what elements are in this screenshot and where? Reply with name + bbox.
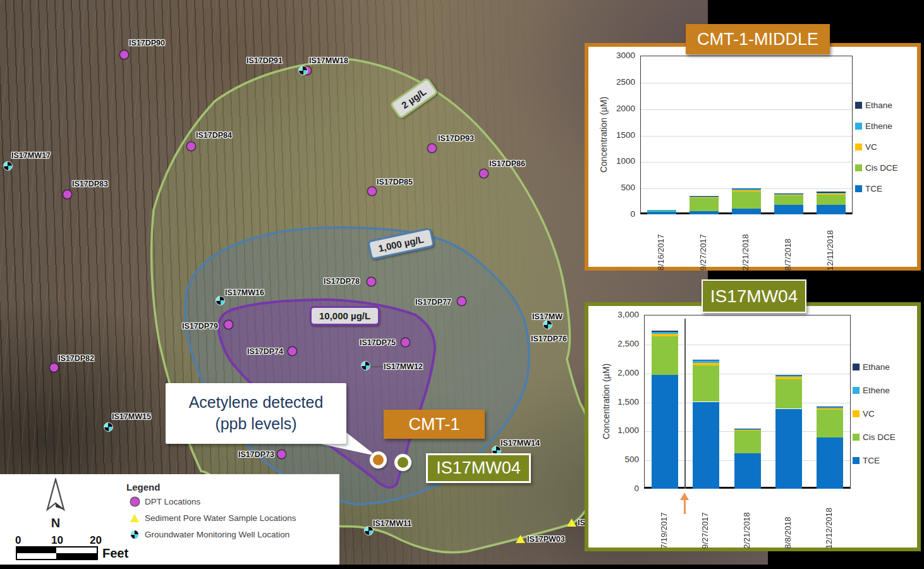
bar-segment-tce [817,205,846,214]
bar-segment-ethane [652,331,678,332]
chart-legend-entry: TCE [853,456,880,465]
is17mw04-marker [394,454,411,471]
bar-segment-tce [817,437,843,489]
point-label: IS17DP82 [58,354,94,363]
chart-legend-entry: Ethane [853,362,890,372]
point-label: IS17MW17 [11,151,51,160]
chart-title-is17mw04: IS17MW04 [702,279,806,313]
dpt-marker [428,144,436,152]
dpt-marker [458,297,466,305]
legend-series-label: Ethane [865,101,892,110]
legend-series-label: TCE [865,184,882,193]
point-label: IS17DP91 [246,56,283,65]
bar-segment-cis-dce [732,192,761,209]
bar-segment-ethane [734,429,761,429]
bar-segment-tce [652,375,678,489]
north-arrow-icon [45,478,66,513]
chart-legend-entry: Ethane [855,101,892,110]
bar-segment-vc [774,195,803,195]
x-tick-label: 9/27/2017 [698,220,708,271]
point-label: IS17MW12 [384,362,423,371]
bar-segment-ethene [693,360,719,362]
y-axis-title: Concentration (µM) [599,90,609,179]
well-marker [298,66,308,75]
bar-segment-tce [690,211,719,214]
legend-swatch [855,102,862,109]
pore-water-icon [130,514,139,522]
point-label: IS17DP79 [182,322,218,331]
dpt-marker [120,51,128,59]
x-tick-label: 8/16/2017 [656,220,666,271]
legend-series-label: Ethene [865,121,892,131]
point-label: IS17MW15 [112,412,151,421]
well-marker [543,320,552,329]
legend-swatch [853,434,860,441]
point-label: IS17DP76 [531,334,567,343]
legend-series-label: VC [865,142,877,152]
bar-segment-tce [775,409,802,489]
chart-legend-entry: TCE [855,184,882,193]
bar-segment-ethene [817,407,843,408]
bar-segment-ethane [817,407,843,407]
bar-segment-vc [732,190,761,192]
gridline [641,83,852,83]
bar-segment-cis-dce [690,198,719,212]
legend-swatch [853,387,860,394]
x-tick-label: 12/11/2018 [825,220,836,271]
map-legend-panel: N Legend DPT LocationsSediment Pore Wate… [0,474,339,565]
dpt-marker [63,190,71,199]
bar-segment-vc [734,429,761,431]
chart-title-text-2: IS17MW04 [710,286,798,307]
dpt-marker [50,364,58,372]
chart-legend-entry: VC [855,142,877,152]
x-tick-label: 8/8/2018 [783,494,793,549]
bar-segment-ethene [647,210,676,211]
legend-series-label: Ethane [863,362,890,372]
dpt-marker [224,321,233,329]
well-marker [104,422,113,432]
y-axis-title: Concentration (µM) [601,357,611,446]
legend-series-label: Cis DCE [865,163,898,173]
legend-swatch [853,457,860,464]
point-label: IS17DP84 [196,131,232,140]
well-marker [216,296,225,305]
y-tick-label: 500 [601,455,639,464]
legend-item-label: DPT Locations [145,497,200,506]
cmt1-label-box: CMT-1 [384,410,485,439]
point-label: IS17DP78 [324,277,360,286]
point-label: IS17MW14 [501,439,540,448]
acetylene-callout: Acetylene detected (ppb levels) [166,383,346,444]
bar-segment-ethane [732,188,761,189]
dpt-icon [130,498,139,506]
legend-series-label: VC [863,409,875,419]
figure-canvas: IS17DP90IS17DP91IS17MW18IS17MW17IS17DP84… [0,0,924,569]
point-label: IS17DP73 [238,450,274,459]
bar-segment-ethane [817,192,846,193]
is17mw04-label: IS17MW04 [436,458,521,478]
legend-swatch [853,410,860,417]
legend-swatch [855,185,862,192]
x-tick-label: 7/19/2017 [659,494,669,549]
y-tick-label: 3,000 [601,310,639,319]
y-tick-label: 3000 [597,51,635,60]
chart-title-cmt1-middle: CMT-1-MIDDLE [686,24,830,54]
bar-segment-ethene [732,189,761,190]
dpt-marker [480,169,488,178]
bar-segment-tce [732,209,761,214]
scale-tick-0: 0 [15,534,21,547]
scale-unit: Feet [102,546,128,561]
scale-tick-10: 10 [51,534,63,547]
y-tick-label: 0 [601,484,639,493]
legend-series-label: TCE [863,456,880,465]
bar-segment-cis-dce [693,365,719,401]
point-label: IS17DP77 [415,298,451,307]
chart-legend-entry: Cis DCE [853,432,896,442]
x-tick-label: 9/27/2017 [700,494,710,549]
y-tick-label: 500 [597,183,635,192]
legend-item-label: Groundwater Monitoring Well Location [145,530,289,539]
x-tick-label: 2/21/2018 [741,220,751,271]
point-label: IS17MW16 [225,288,264,297]
bar-segment-cis-dce [734,431,761,453]
scale-ticks: 0 10 20 [11,534,157,544]
legend-swatch [855,123,862,130]
